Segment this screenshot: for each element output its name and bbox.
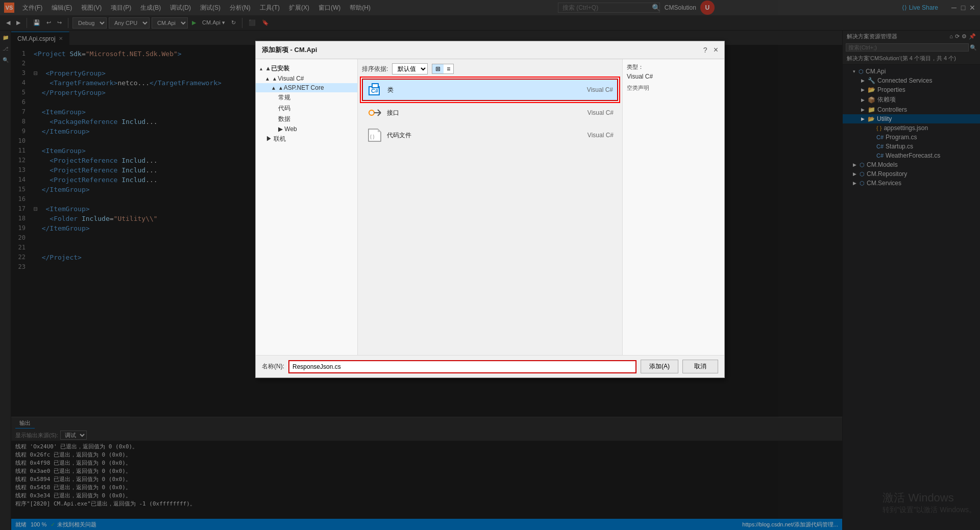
name-label: 名称(N): bbox=[262, 362, 284, 371]
item-interface[interactable]: 接口 Visual C# bbox=[362, 102, 618, 123]
dialog-title-text: 添加新项 - CM.Api bbox=[262, 45, 317, 55]
item-interface-type: Visual C# bbox=[562, 109, 614, 116]
item-class-type: Visual C# bbox=[562, 86, 613, 93]
item-class-name: 类 bbox=[387, 86, 562, 94]
item-codefile-type: Visual C# bbox=[562, 132, 614, 139]
cancel-btn[interactable]: 取消 bbox=[682, 360, 718, 373]
tree-web[interactable]: ▶ Web bbox=[256, 124, 357, 134]
item-codefile[interactable]: { } 代码文件 Visual C# bbox=[362, 124, 618, 146]
add-new-item-dialog: 添加新项 - CM.Api ? × ▴ ▴ 已安装 ▴ ▴ Visual C# … bbox=[255, 41, 725, 378]
item-codefile-name: 代码文件 bbox=[387, 131, 562, 140]
dialog-help-btn[interactable]: ? bbox=[703, 46, 707, 54]
tree-visualcsharp[interactable]: ▴ ▴ Visual C# bbox=[256, 74, 357, 83]
type-value: Visual C# bbox=[627, 73, 720, 80]
dialog-center: 排序依据: 默认值 ⊞ ≡ bbox=[358, 59, 622, 355]
interface-item-icon bbox=[366, 105, 383, 121]
dialog-tree-panel: ▴ ▴ 已安装 ▴ ▴ Visual C# ▴ ▴ ASP.NET Core 常… bbox=[256, 59, 358, 355]
tree-common[interactable]: 常规 bbox=[256, 92, 357, 103]
grid-view-btn[interactable]: ⊞ bbox=[432, 64, 444, 73]
dialog-title-bar: 添加新项 - CM.Api ? × bbox=[256, 41, 724, 59]
svg-text:{ }: { } bbox=[370, 134, 375, 139]
svg-point-3 bbox=[369, 110, 374, 115]
arrow-down-icon: ▴ bbox=[260, 66, 262, 71]
dialog-overlay: 添加新项 - CM.Api ? × ▴ ▴ 已安装 ▴ ▴ Visual C# … bbox=[0, 0, 980, 530]
list-view-btn[interactable]: ≡ bbox=[444, 64, 453, 73]
type-label: 类型： bbox=[627, 63, 720, 71]
codefile-item-icon: { } bbox=[366, 127, 383, 143]
dialog-footer: 名称(N): 添加(A) 取消 bbox=[256, 355, 724, 377]
tree-code[interactable]: 代码 bbox=[256, 103, 357, 114]
name-input[interactable] bbox=[289, 361, 635, 372]
tree-installed[interactable]: ▴ ▴ 已安装 bbox=[256, 63, 357, 74]
name-input-wrapper bbox=[288, 360, 636, 373]
dialog-body: ▴ ▴ 已安装 ▴ ▴ Visual C# ▴ ▴ ASP.NET Core 常… bbox=[256, 59, 724, 355]
arrow-down-icon: ▴ bbox=[272, 84, 275, 91]
desc-label: 空类声明 bbox=[627, 84, 720, 92]
class-item-icon: C# bbox=[367, 82, 383, 98]
svg-text:C#: C# bbox=[371, 88, 378, 94]
item-class[interactable]: C# 类 Visual C# bbox=[362, 79, 618, 101]
item-interface-name: 接口 bbox=[387, 109, 562, 117]
arrow-down-icon: ▴ bbox=[266, 75, 269, 82]
sort-dropdown[interactable]: 默认值 bbox=[392, 63, 428, 74]
tree-data[interactable]: 数据 bbox=[256, 114, 357, 124]
dialog-sort-toolbar: 排序依据: 默认值 ⊞ ≡ bbox=[362, 63, 618, 74]
dialog-close-btn[interactable]: × bbox=[714, 45, 718, 55]
dialog-title-controls: ? × bbox=[703, 45, 718, 55]
add-btn[interactable]: 添加(A) bbox=[641, 360, 678, 373]
svg-rect-1 bbox=[372, 84, 378, 88]
tree-online[interactable]: ▶ 联机 bbox=[256, 134, 357, 144]
dialog-info-panel: 类型： Visual C# 空类声明 bbox=[622, 59, 724, 355]
view-toggle: ⊞ ≡ bbox=[432, 64, 454, 74]
sort-label: 排序依据: bbox=[362, 65, 388, 73]
items-grid: C# 类 Visual C# bbox=[362, 79, 618, 146]
tree-aspnetcore[interactable]: ▴ ▴ ASP.NET Core bbox=[256, 83, 357, 92]
